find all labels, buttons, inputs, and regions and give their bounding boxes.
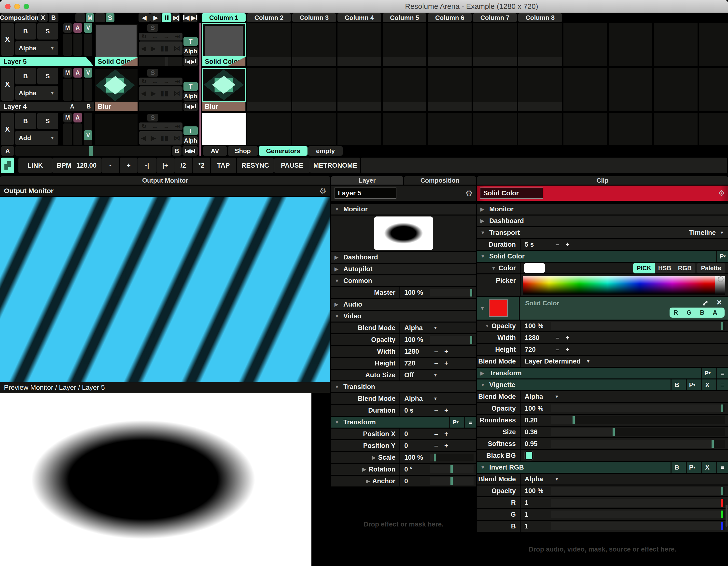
master-fader[interactable] xyxy=(63,79,72,101)
layer-blend-dropdown[interactable]: Add▼ xyxy=(15,131,58,145)
close-icon[interactable]: ✕ xyxy=(716,298,722,306)
layer-video-button[interactable]: V xyxy=(84,23,92,33)
duration-decrement[interactable]: – xyxy=(556,241,559,249)
layer-solo-button[interactable]: S xyxy=(37,113,58,129)
active-clip-label[interactable]: Blur xyxy=(95,102,138,111)
nudge-up-button[interactable]: |+ xyxy=(156,158,174,173)
audio-fader[interactable] xyxy=(73,124,82,145)
composition-speed-track[interactable] xyxy=(95,13,105,22)
chevron-down-icon[interactable]: ▼ xyxy=(586,359,590,364)
solid-color-preset-button[interactable]: P▾ xyxy=(716,251,728,262)
clip-label[interactable]: Solid Color xyxy=(202,57,245,66)
column-4-header[interactable]: Column 4 xyxy=(337,13,381,22)
composition-prev-icon[interactable]: ◀ xyxy=(139,13,150,22)
metronome-button[interactable]: METRONOME xyxy=(310,158,360,173)
layer-audio-button[interactable]: A xyxy=(73,68,82,78)
layer-master-button[interactable]: M xyxy=(63,113,72,123)
composition-shuffle-icon[interactable]: ⋈ xyxy=(172,13,180,22)
trigger-style-button[interactable]: T xyxy=(183,82,198,91)
chevron-down-icon[interactable]: ▼ xyxy=(433,396,438,401)
output-monitor-tab[interactable]: Output Monitor xyxy=(0,176,330,185)
active-clip-thumbnail[interactable] xyxy=(95,69,138,102)
composition-master-button[interactable]: M xyxy=(86,13,94,22)
layer-name-label[interactable]: Layer 4 A B xyxy=(0,102,94,111)
composition-play-icon[interactable]: ▶ xyxy=(150,13,161,22)
section-transform[interactable]: ▼Transform P▾ ≡ xyxy=(331,417,476,427)
composition-master-track[interactable] xyxy=(75,13,85,22)
close-traffic-light[interactable] xyxy=(5,4,11,9)
alpha-label[interactable]: Alph xyxy=(183,47,198,56)
width-increment[interactable]: + xyxy=(566,334,570,342)
column-8-header[interactable]: Column 8 xyxy=(518,13,562,22)
direction-icons[interactable]: ◀▶▮▮⋈ xyxy=(139,131,182,145)
deck-tab-shop[interactable]: Shop xyxy=(228,146,258,156)
layer-blend-dropdown[interactable]: Alpha▼ xyxy=(15,41,58,55)
clip-position-strip[interactable] xyxy=(139,57,182,66)
column-7-header[interactable]: Column 7 xyxy=(473,13,517,22)
solid-color-swatch[interactable] xyxy=(489,299,508,317)
duration-increment[interactable]: + xyxy=(566,241,570,249)
position-y-decrement[interactable]: – xyxy=(434,442,438,450)
height-decrement[interactable]: – xyxy=(434,359,438,367)
invert-rgb-close-button[interactable]: X xyxy=(701,462,713,473)
link-button[interactable]: LINK xyxy=(18,158,52,173)
section-common[interactable]: ▼Common xyxy=(331,276,476,286)
column-2-header[interactable]: Column 2 xyxy=(247,13,291,22)
layer-audio-button[interactable]: A xyxy=(73,23,82,33)
alpha-label[interactable]: Alph xyxy=(183,92,198,101)
section-clip-transform[interactable]: ▶Transform P▾ ≡ xyxy=(477,368,728,378)
deck-tab-av[interactable]: AV xyxy=(203,146,227,156)
pause-button[interactable]: PAUSE xyxy=(274,158,310,173)
black-bg-checkbox[interactable] xyxy=(525,451,533,460)
section-audio[interactable]: ▶Audio xyxy=(331,299,476,310)
crossfader-slider[interactable] xyxy=(15,146,171,156)
zoom-traffic-light[interactable] xyxy=(24,4,29,9)
tab-composition[interactable]: Composition xyxy=(404,176,476,185)
section-monitor[interactable]: ▶Monitor xyxy=(477,204,728,215)
blur-clip-thumbnail[interactable] xyxy=(202,68,246,102)
gear-icon[interactable]: ⚙ xyxy=(718,189,725,198)
color-swatch[interactable] xyxy=(524,264,545,273)
color-mode-hsb[interactable]: HSB xyxy=(655,263,675,274)
rgba-toggle[interactable]: R G B A xyxy=(670,307,725,317)
section-solid-color[interactable]: ▼Solid Color P▾ xyxy=(477,251,728,262)
tab-layer[interactable]: Layer xyxy=(331,176,403,185)
bpm-display[interactable]: BPM128.00 xyxy=(52,158,101,173)
position-x-decrement[interactable]: – xyxy=(434,430,438,438)
position-y-increment[interactable]: + xyxy=(444,442,448,450)
layer-video-button[interactable]: V xyxy=(84,68,92,78)
chevron-down-icon[interactable]: ▼ xyxy=(555,477,559,482)
width-decrement[interactable]: – xyxy=(434,348,438,355)
transform-menu-icon[interactable]: ≡ xyxy=(464,417,476,427)
deck-tab-generators[interactable]: Generators xyxy=(259,146,308,156)
deck-tab-empty[interactable]: empty xyxy=(308,146,343,156)
position-x-increment[interactable]: + xyxy=(444,430,448,438)
resize-icon[interactable] xyxy=(702,300,708,306)
column-1-header[interactable]: Column 1 xyxy=(202,13,246,22)
height-increment[interactable]: + xyxy=(444,359,448,367)
color-picker-gradient[interactable] xyxy=(523,276,725,294)
layer-name-input[interactable]: Layer 5 xyxy=(335,188,396,199)
solo-mini-button[interactable]: S xyxy=(147,114,158,122)
resolume-logo-icon[interactable] xyxy=(1,158,14,173)
clip-cell-solid-color[interactable]: Solid Color xyxy=(202,23,246,66)
vignette-close-button[interactable]: X xyxy=(701,379,713,390)
duration-decrement[interactable]: – xyxy=(434,407,438,414)
crossfader-handle[interactable] xyxy=(89,146,93,156)
height-increment[interactable]: + xyxy=(566,346,570,353)
trigger-style-button[interactable]: T xyxy=(183,126,198,135)
layer-video-button[interactable]: V xyxy=(84,130,92,140)
gear-icon[interactable]: ⚙ xyxy=(319,186,326,196)
layer-bypass-button[interactable]: B xyxy=(15,113,36,129)
video-fader[interactable] xyxy=(84,113,92,145)
layer-name-label[interactable]: Layer 5 xyxy=(0,57,94,66)
bpm-half-button[interactable]: /2 xyxy=(174,158,192,173)
master-fader[interactable] xyxy=(63,124,72,145)
active-clip-thumbnail[interactable] xyxy=(95,114,138,145)
solid-color-clip-thumbnail[interactable] xyxy=(202,23,246,57)
play-mode-icons[interactable]: ↻↔→⇥ xyxy=(139,123,182,130)
section-transition[interactable]: ▼Transition xyxy=(331,381,476,392)
play-mode-icons[interactable]: ↻↔→⇥ xyxy=(139,78,182,85)
composition-button[interactable]: Composition xyxy=(1,13,37,22)
invert-opacity-slider[interactable] xyxy=(551,487,725,495)
